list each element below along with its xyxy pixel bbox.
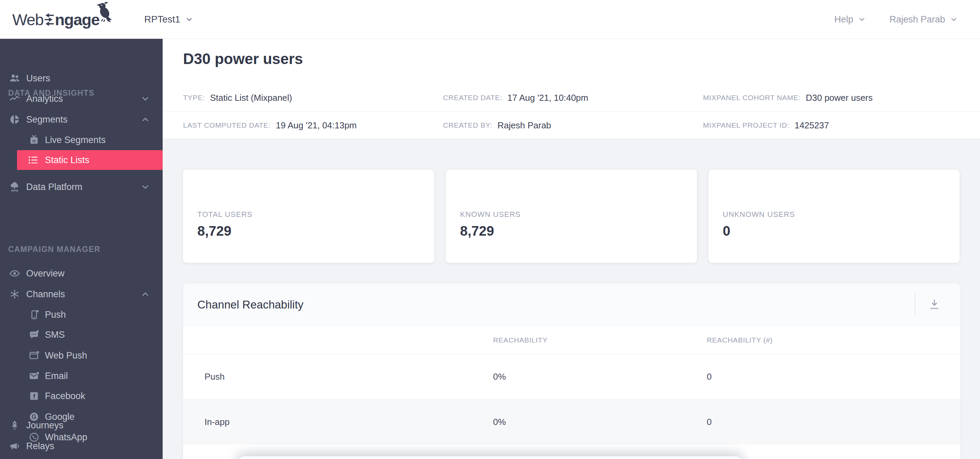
- topbar: Web ngage RPTest1 Help: [0, 0, 980, 39]
- sidebar-section-campaign-manager: CAMPAIGN MANAGER: [8, 245, 100, 254]
- push-phone-icon: [28, 309, 40, 320]
- sidebar-item-label: Journeys: [26, 420, 64, 431]
- divider: [915, 293, 915, 315]
- sidebar-item-label: Facebook: [45, 391, 86, 402]
- sidebar-item-segments[interactable]: Segments: [0, 109, 163, 130]
- card-label: TOTAL USERS: [197, 210, 253, 219]
- meta-value: D30 power users: [806, 92, 873, 103]
- chevron-down-icon: [950, 15, 958, 24]
- sidebar-item-label: Static Lists: [45, 155, 89, 166]
- sidebar-item-label: Segments: [26, 115, 68, 125]
- sidebar-item-label: Analytics: [26, 94, 63, 104]
- card-label: UNKNOWN USERS: [723, 210, 795, 219]
- sidebar-item-journeys[interactable]: Journeys: [0, 415, 163, 435]
- sidebar-item-label: Live Segments: [45, 135, 106, 145]
- sidebar-item-live-segments[interactable]: Live Segments: [0, 130, 163, 150]
- page-header: D30 power users TYPE: Static List (Mixpa…: [163, 39, 980, 139]
- logo-text-ngage: ngage: [55, 10, 99, 29]
- meta-label: LAST COMPUTED DATE:: [183, 121, 271, 129]
- sidebar-item-email[interactable]: Email: [0, 366, 163, 386]
- webengage-app: Web ngage RPTest1 Help: [0, 0, 980, 459]
- sidebar-item-static-lists[interactable]: Static Lists: [17, 150, 163, 170]
- table-row: In-app 0% 0: [183, 399, 960, 444]
- users-icon: [9, 73, 21, 84]
- channels-hub-icon: [9, 288, 21, 300]
- sidebar-item-label: Data Platform: [26, 182, 82, 192]
- logo-text-web: Web: [12, 10, 43, 29]
- sidebar-item-label: Channels: [26, 289, 65, 300]
- sidebar-item-channels[interactable]: Channels: [0, 284, 163, 304]
- help-label: Help: [834, 14, 853, 25]
- sidebar-item-label: Push: [45, 309, 66, 320]
- meta-created-by: CREATED BY: Rajesh Parab: [443, 116, 551, 134]
- sms-bubble-icon: [28, 329, 40, 341]
- table-header-row: REACHABILITY REACHABILITY (#): [183, 326, 960, 354]
- project-name: RPTest1: [144, 14, 180, 25]
- cell-reachability-num: 0: [707, 354, 711, 399]
- unknown-users-card: UNKNOWN USERS 0: [708, 170, 959, 263]
- meta-created-date: CREATED DATE: 17 Aug '21, 10:40pm: [443, 89, 588, 107]
- meta-label: CREATED BY:: [443, 121, 492, 129]
- cell-reachability-num: 0: [707, 399, 711, 445]
- help-menu[interactable]: Help: [834, 0, 866, 39]
- logo-bird-icon: [95, 1, 115, 22]
- meta-cohort-name: MIXPANEL COHORT NAME: D30 power users: [703, 89, 873, 107]
- total-users-card: TOTAL USERS 8,729: [183, 170, 434, 263]
- known-users-card: KNOWN USERS 8,729: [446, 170, 697, 263]
- relays-megaphone-icon: [9, 440, 21, 452]
- sidebar: DATA AND INSIGHTS Users Analytics Segmen…: [0, 39, 163, 459]
- sidebar-item-push[interactable]: Push: [0, 304, 163, 325]
- eye-icon: [9, 268, 21, 279]
- card-label: KNOWN USERS: [460, 210, 520, 219]
- meta-row-1: TYPE: Static List (Mixpanel) CREATED DAT…: [163, 89, 980, 107]
- panel-title: Channel Reachability: [197, 283, 304, 326]
- segments-pie-icon: [9, 114, 21, 125]
- project-selector[interactable]: RPTest1: [144, 0, 194, 39]
- meta-label: MIXPANEL PROJECT ID:: [703, 121, 789, 129]
- table-row: Push 0% 0: [183, 354, 960, 399]
- cell-channel: In-app: [205, 399, 230, 445]
- sidebar-item-label: Overview: [26, 268, 65, 279]
- sidebar-item-facebook[interactable]: f Facebook: [0, 386, 163, 406]
- webengage-logo[interactable]: Web ngage: [12, 0, 115, 39]
- sidebar-item-label: Web Push: [45, 351, 87, 361]
- sidebar-item-users[interactable]: Users: [0, 68, 163, 89]
- sidebar-item-overview[interactable]: Overview: [0, 263, 163, 284]
- sidebar-item-sms[interactable]: SMS: [0, 325, 163, 345]
- chevron-up-icon: [140, 289, 150, 299]
- meta-last-computed: LAST COMPUTED DATE: 19 Aug '21, 04:13pm: [183, 116, 356, 134]
- sidebar-item-relays[interactable]: Relays: [0, 436, 163, 456]
- meta-label: MIXPANEL COHORT NAME:: [703, 94, 801, 102]
- meta-type: TYPE: Static List (Mixpanel): [183, 89, 292, 107]
- meta-value: 17 Aug '21, 10:40pm: [508, 92, 588, 103]
- bottom-sheet-shadow: [237, 456, 743, 459]
- chevron-up-icon: [140, 115, 150, 124]
- meta-row-2: LAST COMPUTED DATE: 19 Aug '21, 04:13pm …: [163, 116, 980, 134]
- data-platform-cloud-icon: [9, 181, 21, 193]
- meta-project-id: MIXPANEL PROJECT ID: 1425237: [703, 116, 829, 134]
- journeys-rocket-icon: [9, 419, 21, 431]
- sidebar-item-label: Users: [26, 73, 50, 84]
- sidebar-item-label: Email: [45, 371, 68, 381]
- sidebar-item-analytics[interactable]: Analytics: [0, 89, 163, 109]
- main-content: D30 power users TYPE: Static List (Mixpa…: [163, 39, 980, 459]
- meta-value: 19 Aug '21, 04:13pm: [276, 120, 357, 131]
- email-envelope-icon: [28, 370, 40, 382]
- meta-value: 1425237: [795, 120, 829, 131]
- analytics-icon: [9, 93, 21, 105]
- download-icon: [928, 298, 941, 311]
- meta-value: Rajesh Parab: [498, 120, 551, 131]
- download-button[interactable]: [923, 293, 946, 316]
- sidebar-item-web-push[interactable]: Web Push: [0, 345, 163, 366]
- card-value: 8,729: [197, 223, 231, 239]
- meta-label: CREATED DATE:: [443, 94, 502, 102]
- column-header-reachability-num: REACHABILITY (#): [707, 326, 773, 354]
- cell-channel: Push: [205, 354, 224, 399]
- chevron-down-icon: [140, 182, 150, 192]
- sidebar-item-data-platform[interactable]: Data Platform: [0, 177, 163, 197]
- live-segments-icon: [28, 134, 40, 146]
- cell-reachability: 0%: [493, 354, 506, 399]
- channel-reachability-panel: Channel Reachability REACHABILITY REACHA…: [183, 283, 960, 459]
- user-menu[interactable]: Rajesh Parab: [889, 0, 958, 39]
- chevron-down-icon: [185, 15, 194, 24]
